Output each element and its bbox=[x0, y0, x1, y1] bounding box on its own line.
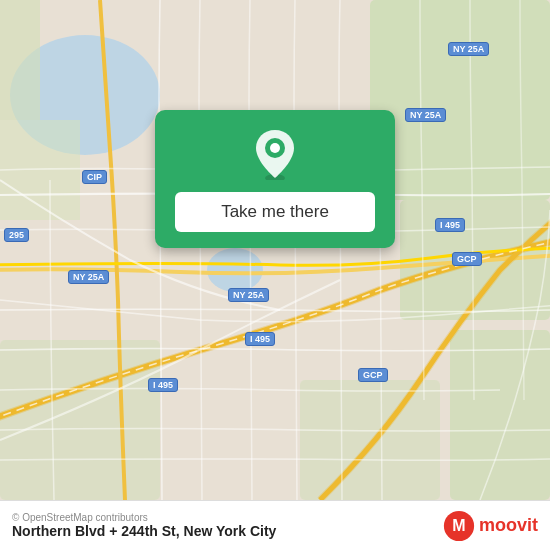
svg-point-2 bbox=[207, 248, 263, 292]
moovit-text: moovit bbox=[479, 515, 538, 536]
map-container: NY 25A NY 25A I 495 GCP NY 25A NY 25A I … bbox=[0, 0, 550, 500]
road-label-ny25a-1: NY 25A bbox=[448, 42, 489, 56]
moovit-brand-icon: M bbox=[443, 510, 475, 542]
bottom-left: © OpenStreetMap contributors Northern Bl… bbox=[12, 512, 276, 539]
take-me-there-button[interactable]: Take me there bbox=[175, 192, 375, 232]
svg-rect-8 bbox=[300, 380, 440, 500]
bottom-bar: © OpenStreetMap contributors Northern Bl… bbox=[0, 500, 550, 550]
svg-text:M: M bbox=[452, 517, 465, 534]
road-label-i495-1: I 495 bbox=[435, 218, 465, 232]
road-label-gcp-2: GCP bbox=[358, 368, 388, 382]
location-title: Northern Blvd + 244th St, New York City bbox=[12, 523, 276, 539]
svg-rect-9 bbox=[0, 0, 40, 120]
road-label-cip: CIP bbox=[82, 170, 107, 184]
svg-rect-7 bbox=[450, 330, 550, 500]
road-label-i495-3: I 495 bbox=[148, 378, 178, 392]
moovit-logo: M moovit bbox=[443, 510, 538, 542]
copyright-text: © OpenStreetMap contributors bbox=[12, 512, 276, 523]
road-label-i495-2: I 495 bbox=[245, 332, 275, 346]
location-icon-wrapper bbox=[249, 128, 301, 180]
svg-point-16 bbox=[270, 143, 280, 153]
green-card: Take me there bbox=[155, 110, 395, 248]
road-label-ny25a-4: NY 25A bbox=[228, 288, 269, 302]
svg-rect-6 bbox=[0, 340, 160, 500]
road-label-ny25a-3: NY 25A bbox=[68, 270, 109, 284]
road-label-ny25a-2: NY 25A bbox=[405, 108, 446, 122]
road-label-gcp-1: GCP bbox=[452, 252, 482, 266]
location-pin-icon bbox=[251, 128, 299, 180]
road-label-295: 295 bbox=[4, 228, 29, 242]
button-overlay: Take me there bbox=[155, 110, 395, 248]
